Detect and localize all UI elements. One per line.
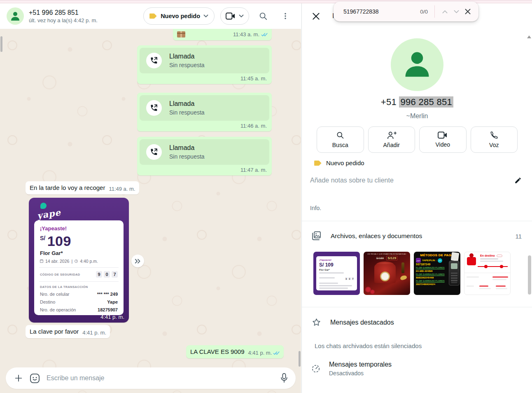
message-time: 4:41 p. m. [248,350,272,356]
text-bar [319,283,338,284]
divider [39,267,119,268]
pencil-icon[interactable] [514,177,522,184]
voice-call-action-button[interactable]: Voz [471,126,518,153]
receipt-row: Destino Yape [40,299,118,304]
add-contact-button[interactable]: Añadir [368,126,415,153]
code-digit: 7 [352,277,354,280]
starred-messages-row[interactable]: Mensajes destacados [312,318,532,327]
video-camera-icon [226,12,236,20]
row-label: Nro. de celular [40,292,70,297]
action-label: Busca [332,142,348,148]
message-outgoing[interactable]: LA CLAVE ES 9009 4:41 p. m. [186,345,284,358]
media-files-icon [311,231,322,241]
message-incoming[interactable]: En la tarde lo voy a recoger 11:49 a. m. [26,181,139,194]
chat-header-text[interactable]: +51 996 285 851 últ. vez hoy a la(s) 4:4… [29,9,98,23]
chat-scrollbar-thumb[interactable] [299,351,301,367]
contact-avatar[interactable] [7,7,24,25]
calendar-icon [40,260,43,263]
search-chat-button[interactable]: Busca [317,126,364,153]
receipt-headline: ¡Yapeaste! [40,225,118,232]
contact-label-row[interactable]: Nuevo pedido [314,159,532,166]
chat-message-area: 11:43 a. m. [0,29,301,393]
call-message[interactable]: Llamada Sin respuesta 11:47 a. m. [137,137,272,175]
close-icon[interactable] [312,12,320,20]
find-next-button[interactable] [450,6,462,17]
text-bar [319,272,344,274]
message-input[interactable] [47,374,273,382]
disappearing-timer-icon [311,363,321,373]
starred-messages-label: Mensajes destacados [330,319,394,326]
contact-info-body: +51 996 285 851 ~Merlin Busca [302,29,532,393]
forward-message-button[interactable] [131,255,144,267]
chat-left-scrollbar-thumb[interactable] [0,36,2,52]
disappearing-messages-row[interactable]: Mensajes temporales Desactivados [311,361,532,377]
message-meta: 4:41 p. m. [248,350,280,356]
chat-menu-button[interactable] [277,8,294,24]
package-emoji [177,31,185,37]
yape-logo-icon [40,203,47,209]
call-title: Llamada [169,144,205,152]
receipt-row: Nro. de celular *** *** 249 [40,292,118,297]
action-label: Voz [489,142,499,148]
order-label-button[interactable]: Nuevo pedido [143,7,215,25]
call-card: Llamada Sin respuesta [140,48,269,73]
gold-bow [400,275,407,281]
mini-receipt-amount: S/ 109 [319,262,354,268]
whatsapp-web-app: +51 996 285 851 últ. vez hoy a la(s) 4:4… [0,0,532,393]
call-card: Llamada Sin respuesta [140,139,269,165]
chat-contact-title[interactable]: +51 996 285 851 [29,9,98,16]
attach-plus-icon[interactable] [14,374,23,383]
star-icon [312,318,321,327]
call-status: Sin respuesta [169,109,205,116]
call-message[interactable]: Llamada Sin respuesta 11:46 a. m. [137,93,272,131]
notes-placeholder: Añade notas sobre tu cliente [310,177,394,184]
call-icon-circle [146,144,162,160]
contact-phone-number[interactable]: +51 996 285 851 [302,97,532,108]
sticker-emoji-icon[interactable] [30,373,40,384]
message-incoming[interactable]: La clave por favor 4:41 p. m. [26,325,110,338]
contact-big-avatar[interactable] [391,38,443,91]
find-query-text[interactable]: 51967722838 [343,8,379,15]
contact-label-text: Nuevo pedido [326,159,364,166]
find-match-count: 0/0 [420,9,428,15]
text-bar [319,288,348,289]
row-label: Destino [40,299,55,304]
status-pill [497,255,502,257]
video-call-button[interactable] [220,7,249,25]
tag-icon [149,13,157,19]
media-thumbnail-tracking[interactable]: En destino [464,252,511,295]
text-bar [467,285,474,287]
panel-scrollbar-thumb[interactable] [528,255,531,295]
find-previous-button[interactable] [439,6,450,17]
microphone-icon[interactable] [280,373,288,384]
text-bar [492,279,506,280]
outgoing-call-icon [149,147,159,157]
divider [302,221,532,221]
find-close-button[interactable] [462,6,474,17]
disappearing-title: Mensajes temporales [329,361,392,368]
call-message[interactable]: Llamada Sin respuesta 11:45 a. m. [137,45,272,84]
plin-chip: plin [438,258,442,263]
media-links-docs-row[interactable]: Archivos, enlaces y documentos 11 [311,231,522,241]
search-in-chat-button[interactable] [255,8,271,24]
product-price: S/189 S/129 [364,256,410,260]
receipt-payee: Flor Gar* [40,250,118,256]
media-thumbnail-payment-methods[interactable]: MÉTODOS DE PAGO yape YAPE/PLIN : plin 93… [414,252,460,295]
customer-notes-row[interactable]: Añade notas sobre tu cliente [310,177,522,184]
message-outgoing-partial[interactable]: 11:43 a. m. [173,29,272,40]
media-row-label: Archivos, enlaces y documentos [331,232,422,240]
panel-scrollbar-up-arrow[interactable] [527,35,531,38]
media-thumbnail-yape-receipt[interactable]: ¡Yapeaste! S/ 109 Flor Gar* 9 0 7 [313,252,360,295]
video-call-action-button[interactable]: Video [419,126,467,153]
text-bar [492,276,508,278]
message-time: 11:46 a. m. [140,121,269,130]
text-bar [479,288,491,289]
old-price: S/189 [376,257,384,260]
yape-logo: yape [37,203,61,219]
message-text: En la tarde lo voy a recoger [30,184,105,191]
search-icon [259,12,268,21]
outgoing-call-icon [149,103,159,112]
message-image-yape-receipt[interactable]: yape ¡Yapeaste! S/ 109 Flor Gar* 14 abr.… [29,198,129,323]
media-thumbnail-product-photo[interactable]: UN REGALO QUE ENAMORA ESTA NAVIDAD S/189… [364,252,410,295]
package-pin-icon [467,257,476,265]
